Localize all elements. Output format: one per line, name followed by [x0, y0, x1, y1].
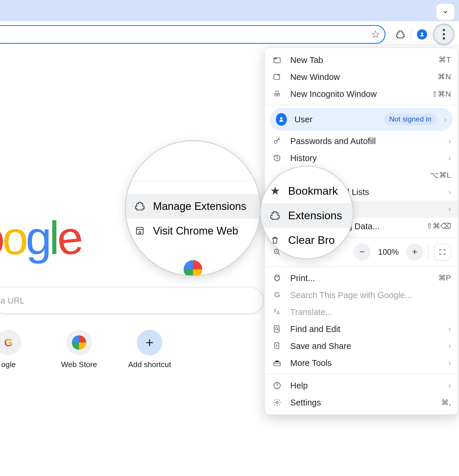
find-icon	[272, 325, 283, 333]
print-icon	[272, 274, 283, 282]
menu-user[interactable]: User Not signed in ›	[270, 108, 453, 131]
star-icon: ★	[269, 184, 282, 197]
fullscreen-button[interactable]	[434, 244, 451, 261]
search-input[interactable]: a URL	[0, 287, 263, 314]
chevron-right-icon: ›	[448, 342, 451, 350]
mag-bookmark[interactable]: ★ Bookmark	[261, 179, 353, 203]
menu-passwords[interactable]: Passwords and Autofill ›	[265, 133, 458, 150]
chevron-right-icon: ›	[448, 154, 451, 162]
chevron-right-icon: ›	[444, 115, 447, 124]
translate-icon	[272, 308, 283, 316]
menu-separator	[265, 105, 458, 105]
tab-strip	[0, 0, 459, 21]
key-icon	[272, 137, 283, 145]
menu-more-tools[interactable]: More Tools ›	[265, 355, 458, 371]
webstore-icon	[133, 226, 146, 236]
svg-rect-1	[274, 58, 277, 59]
chevron-right-icon: ›	[448, 205, 451, 213]
svg-rect-2	[274, 74, 280, 79]
dots-vertical-icon	[443, 29, 445, 31]
svg-rect-8	[274, 362, 280, 366]
svg-point-11	[276, 401, 278, 403]
incognito-icon	[272, 90, 283, 98]
chevron-right-icon: ›	[448, 324, 451, 333]
person-icon	[276, 113, 287, 126]
menu-save-share[interactable]: Save and Share ›	[265, 338, 458, 355]
shortcuts-row: G ogle Web Store + Add shortcut	[0, 330, 167, 369]
puzzle-icon	[269, 210, 282, 221]
zoom-in-button[interactable]: +	[406, 244, 423, 261]
menu-separator	[265, 374, 458, 374]
extensions-icon[interactable]	[393, 27, 407, 41]
svg-point-3	[274, 141, 277, 143]
submenu-visit-web-store[interactable]: Visit Chrome Web	[126, 218, 260, 243]
menu-history[interactable]: History ›	[265, 150, 458, 167]
google-logo: oogle	[0, 211, 81, 265]
svg-rect-5	[274, 326, 279, 332]
chevron-right-icon: ›	[448, 137, 451, 145]
menu-print[interactable]: Print... ⌘P	[265, 269, 458, 286]
gear-icon	[272, 398, 283, 407]
plus-icon: +	[137, 330, 162, 355]
shortcut-web-store[interactable]: Web Store	[62, 330, 96, 369]
menu-settings[interactable]: Settings ⌘,	[265, 394, 458, 411]
menu-translate: Translate...	[265, 304, 458, 321]
magnifier-submenu: Manage Extensions Visit Chrome Web	[125, 140, 261, 276]
chevron-right-icon: ›	[448, 188, 451, 196]
google-g-icon: G	[272, 290, 283, 299]
magnifier-menu: ★ Bookmark Extensions Clear Bro	[260, 166, 354, 259]
submenu-manage-extensions[interactable]: Manage Extensions	[126, 194, 260, 218]
zoom-out-button[interactable]: −	[354, 244, 371, 261]
chevron-down-button[interactable]	[436, 4, 455, 20]
menu-find-edit[interactable]: Find and Edit ›	[265, 321, 458, 338]
chrome-icon	[72, 335, 86, 350]
window-icon	[272, 73, 283, 81]
menu-search-page: G Search This Page with Google...	[265, 287, 458, 304]
star-icon[interactable]: ☆	[371, 28, 380, 40]
menu-help[interactable]: Help ›	[265, 377, 458, 394]
chevron-down-icon	[442, 8, 449, 15]
chevron-right-icon: ›	[448, 359, 451, 367]
more-menu-button[interactable]	[433, 23, 455, 45]
tab-icon	[272, 56, 283, 64]
signin-badge: Not signed in	[384, 114, 436, 126]
chevron-right-icon: ›	[448, 381, 451, 390]
zoom-value: 100%	[376, 247, 401, 257]
menu-new-tab[interactable]: New Tab ⌘T	[265, 52, 458, 69]
svg-point-13	[139, 232, 141, 234]
menu-separator	[265, 266, 458, 267]
menu-new-window[interactable]: New Window ⌘N	[265, 69, 458, 85]
menu-incognito[interactable]: New Incognito Window ⇧⌘N	[265, 85, 458, 102]
chrome-icon	[184, 260, 202, 276]
profile-avatar[interactable]	[415, 27, 429, 41]
search-placeholder: a URL	[0, 296, 24, 305]
toolbar-divider	[411, 29, 411, 39]
shortcut-google[interactable]: G ogle	[0, 330, 25, 369]
puzzle-icon	[133, 201, 146, 211]
svg-point-10	[277, 387, 277, 388]
address-bar[interactable]: ☆	[0, 25, 386, 44]
svg-rect-12	[136, 227, 143, 234]
browser-toolbar: ☆	[0, 21, 459, 45]
mag-extensions[interactable]: Extensions	[261, 203, 353, 228]
toolbox-icon	[272, 359, 283, 367]
help-icon	[272, 381, 283, 390]
shortcut-add[interactable]: + Add shortcut	[133, 330, 167, 369]
save-icon	[272, 342, 283, 350]
history-icon	[272, 154, 283, 162]
